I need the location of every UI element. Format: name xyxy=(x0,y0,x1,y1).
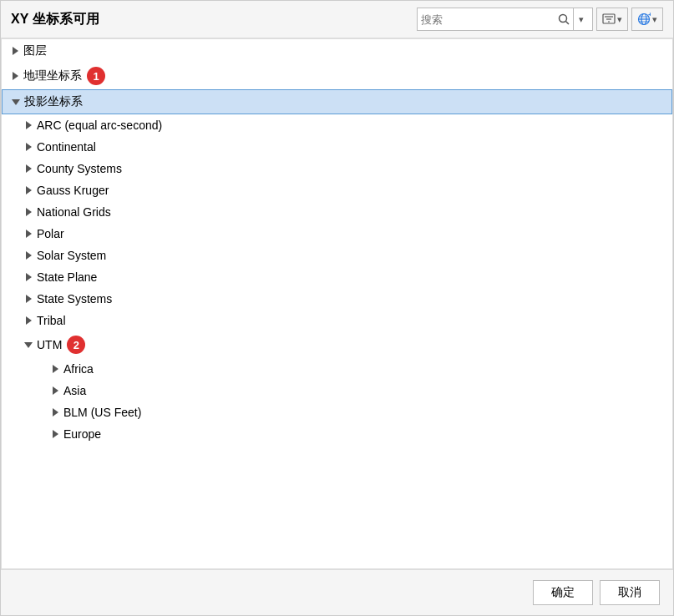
expand-icon-blm-us-feet[interactable] xyxy=(48,406,62,419)
tree-item-gauss-kruger[interactable]: Gauss Kruger xyxy=(2,179,672,201)
xy-coordinate-dialog: XY 坐标系可用 ▾ ▾ xyxy=(0,0,674,616)
dialog-footer: 确定 取消 xyxy=(1,569,673,615)
tree-item-geo-coord[interactable]: 地理坐标系1 xyxy=(2,63,672,89)
expand-icon-solar-system[interactable] xyxy=(22,249,35,262)
annotation-badge-2: 2 xyxy=(67,336,85,354)
expand-icon-continental[interactable] xyxy=(22,140,35,154)
tree-item-national-grids[interactable]: National Grids xyxy=(2,201,672,223)
tree-item-tribal[interactable]: Tribal xyxy=(2,310,672,331)
tree-item-africa[interactable]: Africa xyxy=(2,358,672,380)
tree-item-label-asia: Asia xyxy=(63,384,86,397)
filter-dropdown-arrow: ▾ xyxy=(617,14,622,25)
tree-item-county-systems[interactable]: County Systems xyxy=(2,158,672,179)
tree-container[interactable]: 图层地理坐标系1投影坐标系ARC (equal arc-second)Conti… xyxy=(2,39,672,568)
expand-icon-arc[interactable] xyxy=(22,119,35,132)
tree-item-label-county-systems: County Systems xyxy=(37,162,122,175)
svg-point-0 xyxy=(560,15,567,23)
tree-item-label-continental: Continental xyxy=(37,140,96,154)
tree-item-solar-system[interactable]: Solar System xyxy=(2,245,672,266)
search-button[interactable] xyxy=(555,12,573,27)
tree-item-label-solar-system: Solar System xyxy=(37,249,106,262)
expand-icon-state-systems[interactable] xyxy=(22,292,35,305)
tree-item-state-plane[interactable]: State Plane xyxy=(2,266,672,288)
tree-item-label-national-grids: National Grids xyxy=(37,205,111,219)
tree-item-label-state-plane: State Plane xyxy=(37,270,97,284)
dialog-title: XY 坐标系可用 xyxy=(11,11,99,28)
header-controls: ▾ ▾ + ▾ xyxy=(417,8,663,31)
dialog-header: XY 坐标系可用 ▾ ▾ xyxy=(1,1,673,38)
tree-item-label-utm: UTM xyxy=(37,338,62,351)
expand-icon-proj-coord[interactable] xyxy=(9,95,23,109)
expand-icon-africa[interactable] xyxy=(48,362,62,376)
expand-icon-state-plane[interactable] xyxy=(22,270,35,284)
expand-icon-layers[interactable] xyxy=(8,44,22,58)
tree-item-proj-coord[interactable]: 投影坐标系 xyxy=(2,89,672,114)
tree-item-blm-us-feet[interactable]: BLM (US Feet) xyxy=(2,401,672,423)
tree-item-label-tribal: Tribal xyxy=(37,314,66,327)
expand-icon-county-systems[interactable] xyxy=(22,162,35,175)
tree-item-label-blm-us-feet: BLM (US Feet) xyxy=(63,406,141,419)
tree-item-europe[interactable]: Europe xyxy=(2,423,672,445)
expand-icon-gauss-kruger[interactable] xyxy=(22,184,35,197)
filter-button[interactable]: ▾ xyxy=(596,8,628,31)
tree-item-label-arc: ARC (equal arc-second) xyxy=(37,119,162,132)
tree-item-polar[interactable]: Polar xyxy=(2,223,672,245)
globe-button[interactable]: + ▾ xyxy=(631,8,663,31)
dialog-body: 图层地理坐标系1投影坐标系ARC (equal arc-second)Conti… xyxy=(1,38,673,569)
tree-item-label-layers: 图层 xyxy=(23,43,47,58)
tree-item-label-polar: Polar xyxy=(37,227,64,240)
expand-icon-europe[interactable] xyxy=(48,427,62,441)
tree-item-layers[interactable]: 图层 xyxy=(2,39,672,63)
cancel-button[interactable]: 取消 xyxy=(600,580,660,605)
globe-dropdown-arrow: ▾ xyxy=(652,14,657,25)
tree-item-label-proj-coord: 投影坐标系 xyxy=(24,94,83,109)
ok-button[interactable]: 确定 xyxy=(533,580,593,605)
expand-icon-asia[interactable] xyxy=(48,384,62,397)
search-input[interactable] xyxy=(421,13,555,26)
expand-icon-tribal[interactable] xyxy=(22,314,35,327)
tree-item-continental[interactable]: Continental xyxy=(2,136,672,158)
tree-item-label-gauss-kruger: Gauss Kruger xyxy=(37,184,109,197)
tree-item-label-europe: Europe xyxy=(63,427,101,441)
annotation-badge-1: 1 xyxy=(87,67,105,85)
tree-item-state-systems[interactable]: State Systems xyxy=(2,288,672,310)
search-box: ▾ xyxy=(417,8,593,31)
tree-item-arc[interactable]: ARC (equal arc-second) xyxy=(2,114,672,136)
expand-icon-polar[interactable] xyxy=(22,227,35,240)
search-dropdown-button[interactable]: ▾ xyxy=(573,8,589,30)
expand-icon-geo-coord[interactable] xyxy=(8,69,22,83)
svg-text:+: + xyxy=(648,13,651,18)
expand-icon-utm[interactable] xyxy=(22,338,35,351)
tree-item-utm[interactable]: UTM2 xyxy=(2,331,672,358)
tree-item-label-africa: Africa xyxy=(63,362,94,376)
expand-icon-national-grids[interactable] xyxy=(22,205,35,219)
svg-line-1 xyxy=(566,22,570,25)
tree-item-label-geo-coord: 地理坐标系 xyxy=(23,68,82,83)
tree-item-asia[interactable]: Asia xyxy=(2,380,672,401)
tree-item-label-state-systems: State Systems xyxy=(37,292,112,305)
